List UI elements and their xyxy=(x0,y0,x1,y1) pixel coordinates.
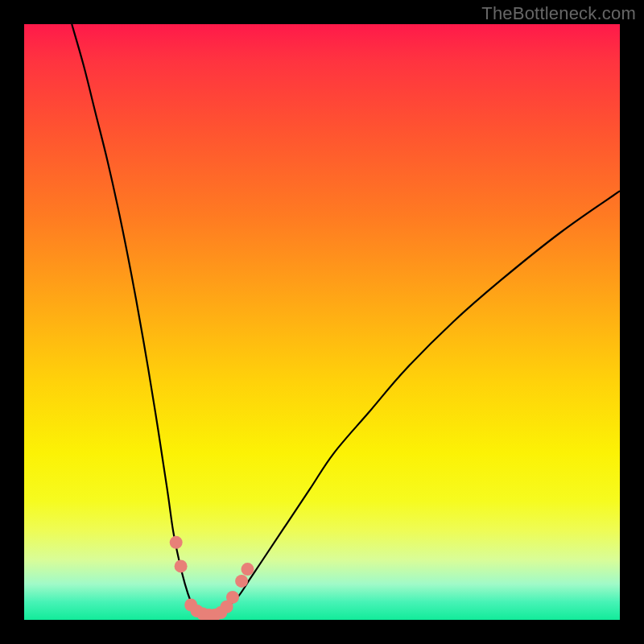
curve-lines xyxy=(72,24,620,618)
curve-left-branch xyxy=(72,24,208,618)
plot-area xyxy=(24,24,620,620)
marker-point xyxy=(226,591,239,604)
marker-point xyxy=(242,563,254,576)
marker-point xyxy=(170,536,183,549)
chart-svg xyxy=(24,24,620,620)
marker-group xyxy=(170,536,254,620)
chart-frame: TheBottleneck.com xyxy=(0,0,644,644)
marker-point xyxy=(235,575,248,588)
curve-right-branch xyxy=(208,191,620,618)
watermark-text: TheBottleneck.com xyxy=(481,3,636,24)
marker-point xyxy=(175,559,188,572)
